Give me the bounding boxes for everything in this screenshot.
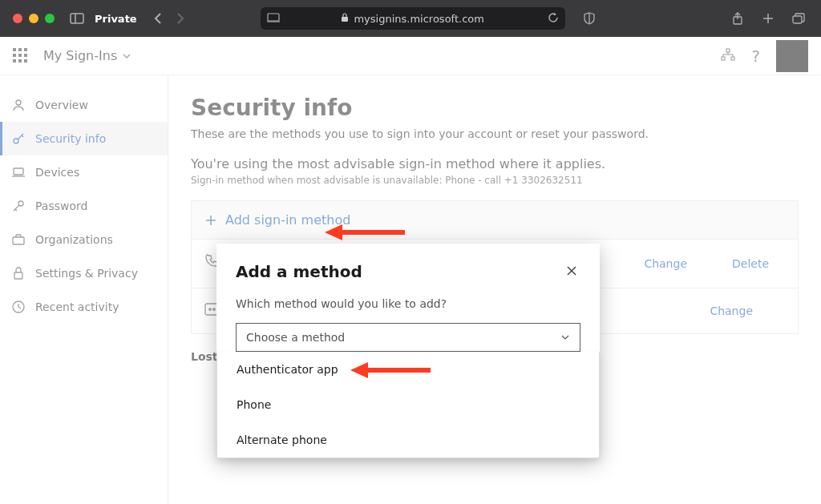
svg-rect-2 (268, 14, 279, 21)
modal-prompt: Which method would you like to add? (236, 297, 580, 310)
option-alternate-phone[interactable]: Alternate phone (217, 422, 599, 458)
url-bar[interactable]: mysignins.microsoft.com (261, 7, 565, 30)
reader-icon (267, 13, 280, 25)
modal-title: Add a method (236, 262, 362, 281)
add-method-modal: Add a method Which method would you like… (216, 244, 600, 458)
minimize-window-button[interactable] (29, 14, 38, 23)
url-text: mysignins.microsoft.com (354, 13, 484, 25)
back-button[interactable] (148, 9, 168, 28)
close-window-button[interactable] (13, 14, 22, 23)
new-tab-button[interactable] (758, 9, 778, 28)
browser-chrome: Private mysignins.microsoft.com (0, 0, 821, 37)
option-phone[interactable]: Phone (217, 387, 599, 422)
annotation-arrow-1 (325, 223, 405, 242)
annotation-arrow-2 (350, 361, 431, 380)
svg-rect-0 (71, 14, 83, 23)
svg-rect-10 (793, 16, 802, 23)
tabs-button[interactable] (789, 9, 808, 28)
maximize-window-button[interactable] (45, 14, 55, 23)
select-placeholder: Choose a method (246, 331, 345, 344)
shield-icon[interactable] (580, 9, 599, 28)
lock-icon (341, 13, 349, 25)
traffic-lights (13, 14, 55, 23)
svg-marker-39 (325, 224, 342, 240)
private-mode-label: Private (95, 13, 137, 25)
chevron-down-icon (560, 334, 570, 341)
sidebar-toggle-icon[interactable] (67, 9, 87, 28)
svg-rect-4 (342, 17, 348, 22)
method-select[interactable]: Choose a method (236, 323, 580, 352)
close-button[interactable] (563, 260, 580, 283)
share-button[interactable] (728, 9, 747, 28)
svg-marker-41 (350, 362, 368, 378)
close-icon (566, 265, 577, 276)
reload-button[interactable] (548, 12, 559, 26)
forward-button[interactable] (171, 9, 190, 28)
